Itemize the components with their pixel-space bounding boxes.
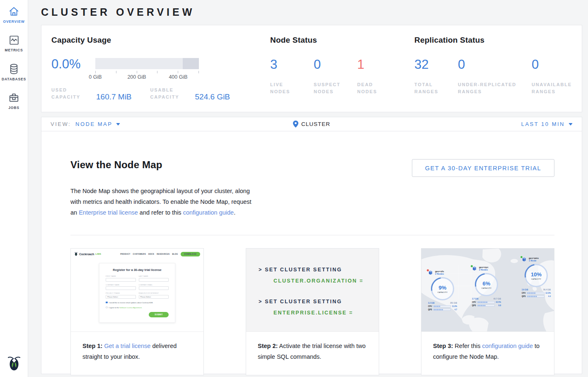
configuration-guide-link[interactable]: configuration guide — [482, 343, 533, 349]
enterprise-trial-license-link[interactable]: Enterprise trial license — [79, 209, 138, 216]
view-toolbar: VIEW: NODE MAP CLUSTER LAST 10 MIN — [41, 117, 582, 131]
registration-page-thumbnail: CockroachLABS PRODUCTCUSTOMERSDOCSRESOUR… — [71, 249, 203, 332]
replication-status-section: Replication Status 32 TOTALRANGES 0 UNDE… — [414, 36, 582, 112]
capacity-gauge: 6% CAPACITY — [475, 273, 498, 296]
live-nodes-stat: 3 LIVENODES — [270, 58, 314, 95]
capacity-usage-title: Capacity Usage — [51, 36, 270, 45]
under-replicated-ranges-stat: 0 UNDER-REPLICATEDRANGES — [458, 58, 532, 95]
sql-command: > SET CLUSTER SETTING — [259, 267, 379, 273]
location-pin-icon — [293, 121, 298, 128]
sql-setting: ENTERPRISE.LICENSE = — [273, 310, 379, 316]
step-1-caption: Step 1: Get a trial license delivered st… — [71, 332, 203, 375]
capacity-axis-ticks — [95, 71, 199, 73]
cluster-summary-card: Capacity Usage 0.0% 0 GiB 200 GiB 400 Gi… — [41, 25, 582, 112]
sidebar-item-overview[interactable]: OVERVIEW — [0, 0, 28, 29]
sidebar-item-databases[interactable]: DATABASES — [0, 57, 28, 86]
live-status-dot — [520, 256, 523, 259]
sidebar-item-label: DATABASES — [2, 77, 26, 81]
capacity-percent: 0.0% — [51, 58, 95, 70]
under-replicated-ranges-label: UNDER-REPLICATEDRANGES — [458, 81, 532, 95]
usable-capacity-label: USABLE CAPACITY — [150, 87, 190, 101]
live-nodes-label: LIVENODES — [270, 81, 314, 95]
sidebar: OVERVIEW METRICS DATABASES — [0, 0, 28, 377]
usable-capacity-value: 524.6 GiB — [195, 93, 230, 101]
capacity-usage-section: Capacity Usage 0.0% 0 GiB 200 GiB 400 Gi… — [51, 36, 270, 112]
home-icon — [8, 6, 19, 17]
node-status-title: Node Status — [270, 36, 414, 45]
database-icon — [9, 63, 19, 75]
node-map-panel: View the Node Map GET A 30-DAY ENTERPRIS… — [41, 131, 582, 374]
step-2-card: > SET CLUSTER SETTING CLUSTER.ORGANIZATI… — [246, 248, 379, 375]
get-trial-license-link[interactable]: Get a trial license — [104, 343, 150, 349]
step-3-caption: Step 3: Refer this configuration guide t… — [421, 332, 554, 375]
step-1-card: CockroachLABS PRODUCTCUSTOMERSDOCSRESOUR… — [70, 248, 204, 375]
tick-label: 200 GiB — [127, 74, 146, 80]
time-range-dropdown[interactable]: LAST 10 MIN — [521, 121, 573, 127]
locality-nyc: geo=nyc2 Nodes 6% CAPACITY 3.7 GiB65.7 G… — [470, 266, 503, 307]
used-capacity-value: 160.7 MiB — [96, 93, 132, 101]
mini-submit-button: SUBMIT — [149, 312, 169, 317]
suspect-nodes-label: SUSPECTNODES — [314, 81, 357, 95]
locality-ams: geo=ams1 Node 10% CAPACITY 3.6 GiB56.4 G… — [520, 257, 552, 297]
unavailable-ranges-stat: 0 UNAVAILABLERANGES — [532, 58, 572, 95]
capacity-gauge: 10% CAPACITY — [525, 264, 548, 287]
sidebar-item-jobs[interactable]: JOBS — [0, 86, 28, 115]
locality-sfo: geo=sfo2 Nodes 9% CAPACITY 3.2 GiB351 Gi… — [426, 270, 459, 311]
description-text: and refer to this — [138, 209, 183, 216]
usable-capacity-stat: USABLE CAPACITY 524.6 GiB — [150, 87, 230, 101]
cockroach-logo — [0, 355, 28, 372]
chevron-down-icon — [569, 123, 573, 126]
divider — [70, 235, 554, 235]
metrics-chart-icon — [9, 35, 19, 46]
unavailable-ranges-label: UNAVAILABLERANGES — [532, 81, 572, 95]
live-nodes-value: 3 — [270, 58, 314, 71]
configuration-guide-link[interactable]: configuration guide — [183, 209, 234, 216]
sidebar-item-label: OVERVIEW — [3, 19, 24, 24]
dead-nodes-value: 1 — [357, 58, 401, 71]
main-content: CLUSTER OVERVIEW Capacity Usage 0.0% 0 G… — [29, 0, 588, 377]
capacity-bar — [95, 58, 199, 69]
capacity-gauge: 9% CAPACITY — [431, 277, 454, 300]
dead-nodes-label: DEADNODES — [357, 81, 401, 95]
mini-download-button: DOWNLOAD — [181, 252, 200, 256]
capacity-axis-labels: 0 GiB 200 GiB 400 GiB — [95, 74, 199, 81]
step-3-card: geo=sfo2 Nodes 9% CAPACITY 3.2 GiB351 Gi… — [421, 248, 554, 375]
under-replicated-ranges-value: 0 — [458, 58, 532, 71]
enterprise-trial-button[interactable]: GET A 30-DAY ENTERPRISE TRIAL — [412, 159, 554, 177]
total-ranges-label: TOTALRANGES — [414, 81, 458, 95]
description-text: . — [234, 209, 235, 216]
sidebar-item-label: METRICS — [5, 48, 23, 52]
view-selector-dropdown[interactable]: NODE MAP — [75, 121, 120, 127]
dead-nodes-stat: 1 DEADNODES — [357, 58, 401, 95]
unavailable-ranges-value: 0 — [532, 58, 572, 71]
node-map-thumbnail: geo=sfo2 Nodes 9% CAPACITY 3.2 GiB351 Gi… — [421, 249, 554, 332]
page-title: CLUSTER OVERVIEW — [41, 6, 582, 18]
suspect-nodes-value: 0 — [314, 58, 357, 71]
node-status-section: Node Status 3 LIVENODES 0 SUSPECTNODES 1… — [270, 36, 414, 112]
sql-setting: CLUSTER.ORGANIZATION = — [273, 278, 379, 284]
tick-label: 400 GiB — [169, 74, 187, 80]
step-2-caption: Step 2: Activate the trial license with … — [246, 332, 379, 375]
view-label: VIEW: — [51, 121, 71, 127]
used-capacity-stat: USED CAPACITY 160.7 MiB — [51, 87, 132, 101]
used-capacity-label: USED CAPACITY — [51, 87, 91, 101]
total-ranges-stat: 32 TOTALRANGES — [414, 58, 458, 95]
trial-license-form: Register for a 30-day trial license FIRS… — [99, 263, 175, 323]
sidebar-item-metrics[interactable]: METRICS — [0, 29, 28, 57]
node-map-description: The Node Map shows the geographical layo… — [70, 186, 258, 218]
total-ranges-value: 32 — [414, 58, 458, 71]
suspect-nodes-stat: 0 SUSPECTNODES — [314, 58, 357, 95]
tick-label: 0 GiB — [89, 74, 102, 80]
mini-form-title: Register for a 30-day trial license — [106, 268, 169, 272]
sidebar-item-label: JOBS — [8, 106, 19, 110]
replication-status-title: Replication Status — [414, 36, 582, 45]
capacity-bar-reserved-segment — [183, 58, 199, 69]
locality-breadcrumb: CLUSTER — [301, 121, 330, 127]
sql-command: > SET CLUSTER SETTING — [259, 299, 379, 304]
live-status-dot — [470, 265, 473, 268]
cockroach-labs-mini-logo: CockroachLABS — [74, 251, 101, 256]
dead-status-dot — [426, 269, 429, 272]
briefcase-icon — [8, 92, 19, 103]
sql-commands-thumbnail: > SET CLUSTER SETTING CLUSTER.ORGANIZATI… — [246, 249, 379, 332]
chevron-down-icon — [116, 123, 120, 126]
